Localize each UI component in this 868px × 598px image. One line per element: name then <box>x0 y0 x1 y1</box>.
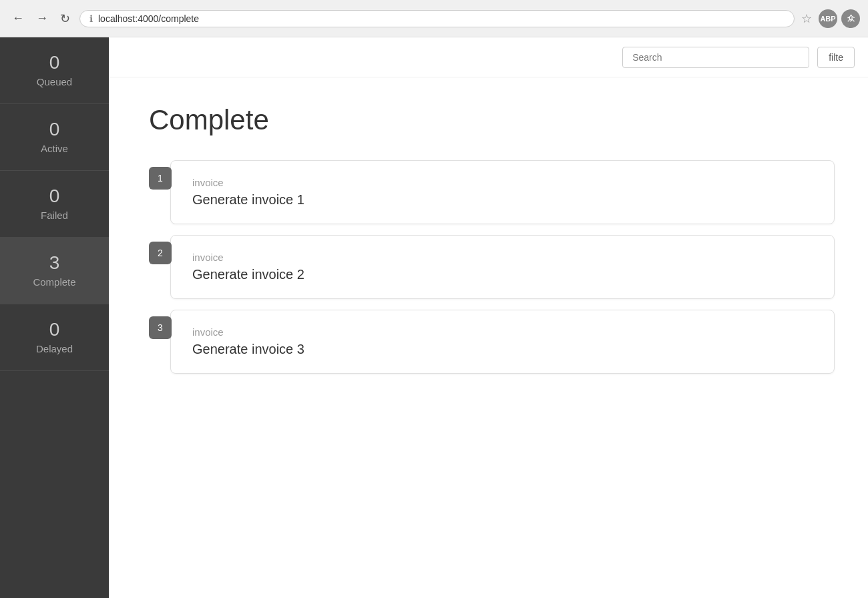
browser-chrome: ← → ↻ ℹ localhost:4000/complete ☆ ABP 众 <box>0 0 868 37</box>
sidebar: 0 Queued 0 Active 0 Failed 3 Complete 0 … <box>0 37 109 598</box>
job-name-1: Generate invoice 1 <box>192 192 813 208</box>
delayed-count: 0 <box>49 320 60 339</box>
job-card-3[interactable]: invoice Generate invoice 3 <box>170 310 835 374</box>
forward-button[interactable]: → <box>32 10 52 27</box>
job-badge-2: 2 <box>149 242 172 264</box>
job-name-3: Generate invoice 3 <box>192 342 813 357</box>
job-badge-3: 3 <box>149 316 172 339</box>
info-icon: ℹ <box>89 13 93 24</box>
main-content: filte Complete 1 invoice Generate invoic… <box>109 37 868 598</box>
job-item-3: 3 invoice Generate invoice 3 <box>149 310 835 374</box>
jobs-list: 1 invoice Generate invoice 1 2 invoice G… <box>149 160 835 374</box>
job-type-1: invoice <box>192 177 813 188</box>
job-card-1[interactable]: invoice Generate invoice 1 <box>170 160 835 224</box>
app-layout: 0 Queued 0 Active 0 Failed 3 Complete 0 … <box>0 37 868 598</box>
nav-buttons: ← → ↻ <box>8 10 74 27</box>
reload-button[interactable]: ↻ <box>56 10 74 27</box>
browser-extensions: ABP 众 <box>819 9 860 28</box>
failed-count: 0 <box>49 187 60 206</box>
address-bar[interactable]: ℹ localhost:4000/complete <box>79 10 795 27</box>
job-badge-1: 1 <box>149 167 172 190</box>
adblock-extension[interactable]: ABP <box>819 9 837 28</box>
filter-button[interactable]: filte <box>817 47 855 68</box>
page-title: Complete <box>149 104 835 136</box>
sidebar-item-queued[interactable]: 0 Queued <box>0 37 109 104</box>
sidebar-item-delayed[interactable]: 0 Delayed <box>0 304 109 371</box>
bookmark-button[interactable]: ☆ <box>800 10 813 27</box>
sidebar-item-active[interactable]: 0 Active <box>0 104 109 171</box>
job-name-2: Generate invoice 2 <box>192 267 813 282</box>
queued-label: Queued <box>37 76 72 87</box>
sidebar-item-complete[interactable]: 3 Complete <box>0 238 109 304</box>
complete-count: 3 <box>49 254 60 272</box>
failed-label: Failed <box>41 210 68 221</box>
search-input[interactable] <box>622 47 809 68</box>
delayed-label: Delayed <box>36 343 73 354</box>
url-text: localhost:4000/complete <box>98 13 199 24</box>
other-extension[interactable]: 众 <box>841 9 860 28</box>
active-count: 0 <box>49 120 60 139</box>
active-label: Active <box>41 143 68 154</box>
job-type-2: invoice <box>192 252 813 263</box>
job-item-1: 1 invoice Generate invoice 1 <box>149 160 835 224</box>
job-item-2: 2 invoice Generate invoice 2 <box>149 235 835 299</box>
back-button[interactable]: ← <box>8 10 28 27</box>
queued-count: 0 <box>49 53 60 72</box>
job-type-3: invoice <box>192 326 813 338</box>
header-bar: filte <box>109 37 868 77</box>
sidebar-item-failed[interactable]: 0 Failed <box>0 171 109 238</box>
complete-label: Complete <box>33 276 75 288</box>
content-area: Complete 1 invoice Generate invoice 1 2 … <box>109 77 868 400</box>
job-card-2[interactable]: invoice Generate invoice 2 <box>170 235 835 299</box>
